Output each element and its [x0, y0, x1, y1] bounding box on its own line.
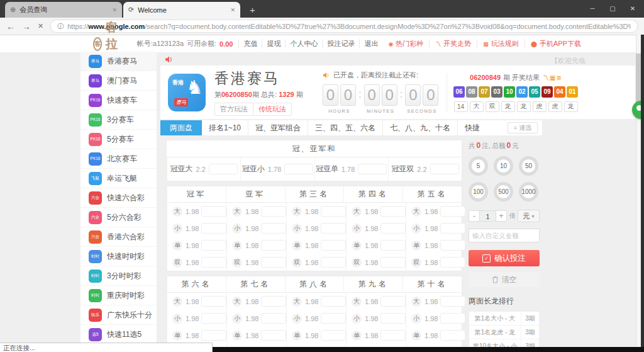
bet-amount-input[interactable]: [440, 223, 465, 234]
bet-amount-input[interactable]: [440, 257, 465, 268]
bet-amount-input[interactable]: [440, 206, 465, 217]
sidebar-lottery-item[interactable]: 时时 3分时时彩: [80, 266, 157, 286]
multiplier-plus-button[interactable]: +: [496, 210, 507, 222]
forward-button[interactable]: →: [22, 22, 31, 31]
sidebar-lottery-item[interactable]: 六合 5分六合彩: [80, 208, 157, 227]
bet-amount-input[interactable]: [201, 296, 226, 307]
quick-nav-link[interactable]: ⬤ 手机APP下载: [525, 39, 587, 48]
bet-amount-input[interactable]: [321, 223, 346, 234]
chip-button[interactable]: 10: [494, 156, 513, 176]
bet-amount-input[interactable]: [440, 296, 465, 307]
bet-amount-input[interactable]: [209, 164, 238, 174]
bet-amount-input[interactable]: [440, 313, 465, 324]
sidebar-lottery-item[interactable]: PK16 3分赛车: [80, 110, 157, 130]
multiplier-value[interactable]: 1: [480, 210, 496, 222]
bet-amount-input[interactable]: [440, 240, 465, 251]
play-tab[interactable]: 三、四、五、六名: [308, 120, 382, 135]
close-tab-icon[interactable]: ✕: [230, 7, 235, 13]
minimize-button[interactable]: ─: [582, 0, 602, 18]
maximize-button[interactable]: ▢: [602, 0, 623, 18]
sidebar-lottery-item[interactable]: 时时 重庆时时彩: [80, 286, 157, 305]
close-window-button[interactable]: ✕: [623, 0, 643, 18]
bet-amount-input[interactable]: [380, 206, 406, 217]
account-link[interactable]: 个人中心: [285, 39, 322, 48]
bet-amount-input[interactable]: [380, 257, 406, 268]
play-tab[interactable]: 七、八、九、十名: [382, 120, 457, 135]
bet-amount-input[interactable]: [380, 240, 406, 251]
bet-amount-input[interactable]: [321, 296, 346, 307]
bet-amount-input[interactable]: [261, 206, 286, 217]
quick-nav-link[interactable]: ◉ 热门彩种: [382, 39, 429, 48]
sidebar-lottery-item[interactable]: 赛马 澳门赛马: [80, 71, 157, 91]
sidebar-lottery-item[interactable]: PK16 北京赛车: [80, 149, 157, 169]
sidebar-lottery-item[interactable]: 六合 快速六合彩: [80, 188, 157, 208]
dragon-row[interactable]: 第1名龙虎 - 龙 3期: [469, 326, 539, 339]
bet-amount-input[interactable]: [261, 296, 286, 307]
official-play-button[interactable]: 官方玩法: [215, 103, 253, 115]
stop-button[interactable]: ✕: [38, 23, 43, 30]
address-bar[interactable]: ⓘ https://www.google.com/search?q=docume…: [50, 20, 638, 33]
sidebar-lottery-item[interactable]: PK16 快速赛车: [80, 91, 157, 110]
bet-amount-input[interactable]: [261, 223, 286, 234]
bet-amount-input[interactable]: [358, 164, 387, 174]
account-link[interactable]: 退出: [359, 39, 382, 48]
result-tool-icon[interactable]: ▦: [550, 74, 555, 81]
bet-amount-input[interactable]: [321, 240, 346, 251]
unit-select[interactable]: 元 ▾: [518, 210, 540, 222]
close-tab-icon[interactable]: ✕: [112, 7, 117, 13]
bet-amount-input[interactable]: [321, 313, 346, 324]
sidebar-lottery-item[interactable]: 快乐 广东快乐十分: [80, 305, 157, 325]
bet-amount-input[interactable]: [261, 313, 286, 324]
play-tab[interactable]: 快捷: [457, 120, 487, 135]
quick-nav-link[interactable]: 〽 开奖走势: [429, 39, 477, 48]
sidebar-lottery-item[interactable]: 飞艇 幸运飞艇: [80, 169, 157, 188]
account-link[interactable]: 投注记录: [322, 39, 359, 48]
bet-amount-input[interactable]: [380, 223, 406, 234]
bet-amount-input[interactable]: [201, 313, 226, 324]
account-link[interactable]: 充值: [238, 39, 262, 48]
bet-amount-input[interactable]: [321, 330, 346, 341]
browser-tab-welcome[interactable]: ⟳ Welcome ✕: [123, 2, 240, 18]
play-tab[interactable]: 排名1~10: [202, 120, 248, 135]
sidebar-lottery-item[interactable]: 六合 香港六合彩: [80, 227, 157, 247]
bet-amount-input[interactable]: [380, 313, 406, 324]
back-button[interactable]: ←: [6, 22, 15, 31]
bet-amount-input[interactable]: [321, 257, 346, 268]
custom-amount-input[interactable]: [469, 229, 540, 242]
sidebar-lottery-item[interactable]: PK16 5分赛车: [80, 130, 157, 149]
multiplier-minus-button[interactable]: -: [469, 210, 480, 222]
bet-amount-input[interactable]: [284, 164, 313, 174]
chip-button[interactable]: 500: [494, 182, 513, 202]
bet-amount-input[interactable]: [261, 330, 286, 341]
quick-nav-link[interactable]: ▦ 玩法规则: [477, 39, 525, 48]
new-tab-button[interactable]: +: [242, 2, 264, 18]
dragon-row[interactable]: 第1名大小 - 大 3期: [469, 312, 539, 326]
chip-button[interactable]: 5: [469, 156, 488, 176]
chip-button[interactable]: 50: [519, 156, 538, 176]
page-info-icon[interactable]: ⓘ: [57, 22, 64, 31]
sidebar-lottery-item[interactable]: 赛马 香港赛马: [80, 52, 157, 71]
confirm-bet-button[interactable]: ✓ 确认投注: [469, 250, 540, 266]
clear-button[interactable]: 清空: [469, 272, 540, 287]
bet-amount-input[interactable]: [261, 240, 286, 251]
bet-amount-input[interactable]: [201, 223, 226, 234]
sidebar-lottery-item[interactable]: 选5 快速11选5: [80, 325, 157, 344]
bet-amount-input[interactable]: [321, 206, 346, 217]
chip-button[interactable]: 100: [469, 182, 488, 202]
bet-amount-input[interactable]: [440, 330, 465, 341]
play-tab[interactable]: 两面盘: [160, 120, 202, 135]
bet-amount-input[interactable]: [201, 330, 226, 341]
bet-amount-input[interactable]: [430, 164, 459, 174]
traditional-play-button[interactable]: 传统玩法: [253, 103, 291, 115]
play-tab[interactable]: 冠、亚军组合: [248, 120, 308, 135]
filter-button[interactable]: ≡ 速选: [508, 122, 538, 133]
bet-amount-input[interactable]: [201, 240, 226, 251]
bet-amount-input[interactable]: [380, 330, 406, 341]
browser-tab-member-query[interactable]: ⊕ 会员查询 ✕: [5, 2, 122, 18]
bet-amount-input[interactable]: [261, 257, 286, 268]
bet-amount-input[interactable]: [201, 206, 226, 217]
account-link[interactable]: 提现: [262, 39, 285, 48]
sidebar-lottery-item[interactable]: 时时 快速时时彩: [80, 247, 157, 266]
chip-button[interactable]: 1000: [519, 182, 538, 202]
result-tool-icon[interactable]: ≣: [557, 74, 562, 81]
